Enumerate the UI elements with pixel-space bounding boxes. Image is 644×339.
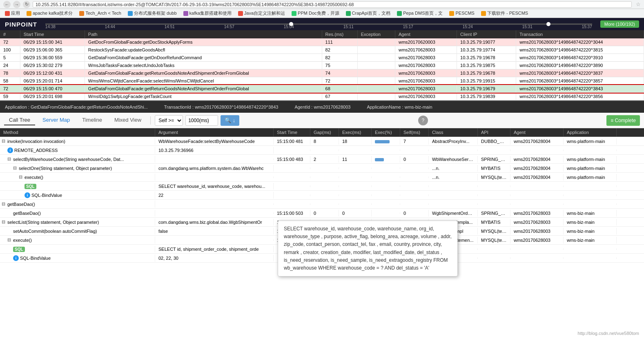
bookmark-dubbo[interactable]: 分布式服务框架 dubb	[125, 9, 179, 17]
calltree-row[interactable]: ⊟selectOne(String statement, Object para…	[0, 164, 644, 173]
ct-cell-exec: 18	[339, 138, 372, 145]
table-row[interactable]: 78 06/29 15:12:00 431 GetDataFromGlobalF…	[0, 69, 644, 77]
ct-col-exec: Exec(ms)	[339, 128, 372, 136]
tab-mixed-view[interactable]: Mixed View	[109, 115, 146, 125]
ms-input[interactable]	[185, 115, 218, 126]
ct-cell-method: iSQL-BindValue	[0, 192, 155, 199]
cell-ip: 10.3.25.79:19678	[457, 54, 516, 62]
ct-cell-method: ⊟invoke(Invocation invocation)	[0, 138, 155, 145]
more-btn[interactable]: More (100/192)	[600, 20, 639, 28]
complete-btn[interactable]: ≡ Complete	[606, 115, 640, 126]
expand-icon[interactable]: ⊟	[2, 138, 7, 144]
bookmark-java[interactable]: Java自定义注解和运	[236, 9, 287, 17]
bookmark-kafka[interactable]: apache kafka技术分	[24, 9, 75, 17]
calltree-row[interactable]: iREMOTE_ADDRESS 10.3.25.79:36966	[0, 146, 644, 155]
method-content: getBaseDao()	[7, 211, 41, 216]
ct-col-class: Class	[429, 128, 478, 136]
browser-chrome: ← → ↻ ☆	[0, 0, 644, 9]
calltree-toolbar: Call Tree Server Map Timeline Mixed View…	[0, 113, 644, 128]
calltree-row[interactable]: iSQL-BindValue 22	[0, 191, 644, 200]
expand-icon[interactable]: ⊟	[2, 219, 7, 225]
ct-cell-agent: wms20170628004	[510, 138, 564, 145]
back-btn[interactable]: ←	[3, 1, 11, 8]
bookmark-pescms[interactable]: PESCMS	[447, 10, 477, 17]
watermark: http://blog.csdn.net/vue580tom	[578, 331, 639, 336]
search-btn[interactable]: 🔍 ↓	[221, 115, 239, 126]
ct-cell-method: SQL	[0, 183, 155, 190]
self-filter-select[interactable]: Self >= Self <= Self =	[155, 115, 183, 126]
ct-cell-method: setAutoCommit(boolean autoCommitFlag)	[0, 228, 155, 234]
ct-cell-class: AbstractProxyInv...	[429, 138, 478, 145]
transaction-table-container: # Start Time Path Res.(ms) Exception Age…	[0, 30, 644, 101]
ct-cell-class: ...n.	[429, 174, 478, 181]
ct-cell-class	[429, 194, 478, 196]
tab-timeline[interactable]: Timeline	[77, 115, 107, 125]
calltree-row[interactable]: ⊟getBaseDao()	[0, 200, 644, 209]
bookmark-star[interactable]: ☆	[636, 1, 641, 7]
ct-cell-method: iREMOTE_ADDRESS	[0, 147, 155, 154]
cell-agent: wms20170628003	[395, 62, 457, 69]
transaction-table: # Start Time Path Res.(ms) Exception Age…	[0, 30, 644, 100]
table-row[interactable]: 59 06/29 15:20:01 698 WmsIDdg1SwfpLogFac…	[0, 93, 644, 100]
tab-server-map[interactable]: Server Map	[38, 115, 75, 125]
expand-icon[interactable]: ⊟	[7, 237, 12, 243]
bookmark-download[interactable]: 下载软件 - PESCMS	[479, 9, 530, 17]
calltree-row[interactable]: ⊟selectByWarehouseCode(String warehouseC…	[0, 155, 644, 164]
method-content: ⊟execute()	[7, 237, 32, 243]
method-content: setAutoCommit(boolean autoCommitFlag)	[7, 229, 97, 234]
bookmark-kafka2[interactable]: kafka集群搭建和使用	[181, 9, 234, 17]
info-icon: i	[13, 255, 19, 261]
ct-cell-exec	[339, 149, 372, 151]
ct-cell-api	[478, 149, 510, 151]
calltree-row[interactable]: getBaseDao() 15:15:00 503 0 0 0 WgbShipm…	[0, 209, 644, 218]
bookmark-crap[interactable]: CrapApi首页，文档	[343, 9, 393, 17]
ct-cell-api	[478, 257, 510, 259]
expand-icon[interactable]: ⊟	[2, 201, 7, 207]
bookmark-ppm[interactable]: PPM Doc免费，开源	[289, 9, 341, 17]
col-exception: Exception	[357, 30, 395, 38]
table-row[interactable]: 100 06/29 15:06:00 365 RestockSysFacade:…	[0, 46, 644, 54]
ct-cell-agent: wms20170628004	[510, 165, 564, 172]
bookmark-tech-arch[interactable]: Tech_Arch < Tech	[77, 10, 124, 17]
url-bar[interactable]	[33, 1, 632, 8]
tab-call-tree[interactable]: Call Tree	[4, 115, 35, 125]
ct-cell-api	[478, 248, 510, 250]
table-row[interactable]: 72 06/29 15:15:00 341 GetDocFromGlobalFa…	[0, 38, 644, 46]
method-label: invoke(Invocation invocation)	[7, 139, 65, 144]
calltree-row[interactable]: SQL SELECT warehouse_id, warehouse_code,…	[0, 182, 644, 191]
ct-cell-api: SPRING_BEAN	[478, 156, 510, 163]
col-start-time: Start Time	[20, 30, 85, 38]
refresh-btn[interactable]: ↻	[23, 1, 30, 8]
ct-cell-agent	[510, 257, 564, 259]
cell-exception	[357, 38, 395, 46]
table-row[interactable]: 5 06/29 15:36:00 559 GetDataFromGlobalFa…	[0, 54, 644, 62]
method-label: SQL-BindValue	[20, 256, 51, 261]
help-btn[interactable]: ?	[418, 116, 428, 125]
app-info-agent: AgentId : wms20170628003	[294, 105, 350, 109]
cell-transaction: wms20170628003^1498648742220^3837	[516, 69, 644, 77]
method-content: ⊟selectByWarehouseCode(String warehouseC…	[7, 156, 124, 162]
calltree-row[interactable]: ⊟execute() ...n. MYSQL(test_... wms20170…	[0, 173, 644, 182]
ct-cell-argument: WbWarehouseFacade:selectByWarehouseCode	[155, 138, 274, 145]
cell-agent: wms20170620003	[395, 38, 457, 46]
bookmark-apps[interactable]: 应用	[2, 9, 22, 17]
ct-cell-exec-pct	[372, 203, 400, 205]
timeline-bar: 14:38 14:44 14:51 14:57 15:04 15:11 15:1…	[45, 20, 592, 28]
expand-icon[interactable]: ⊟	[13, 165, 18, 171]
ct-cell-api: MYSQL(test_...	[478, 174, 510, 181]
expand-icon[interactable]: ⊟	[19, 174, 24, 180]
ct-col-api: API	[478, 128, 510, 136]
cell-num: 100	[0, 46, 20, 54]
table-row[interactable]: 24 06/29 15:30:02 279 WmsJobTasksFacade:…	[0, 62, 644, 69]
calltree-row[interactable]: ⊟invoke(Invocation invocation) WbWarehou…	[0, 137, 644, 146]
table-row[interactable]: 72 06/29 15:15:00 470 GetDataFromGlobalF…	[0, 85, 644, 93]
ct-cell-start-time: 15:15:00 503	[274, 210, 310, 216]
cell-num: 78	[0, 69, 20, 77]
expand-icon[interactable]: ⊟	[7, 156, 12, 162]
cell-time: 06/29 15:15:00 470	[20, 85, 85, 93]
ct-cell-application: wms-biz-main	[564, 228, 617, 234]
table-row[interactable]: 58 06/29 15:20:01 714 WmsIWmsCWljtdCance…	[0, 77, 644, 85]
ct-cell-exec-pct	[372, 138, 400, 145]
bookmark-pepa[interactable]: Pepa DMS首页，文	[394, 9, 445, 17]
fwd-btn[interactable]: →	[13, 1, 20, 8]
